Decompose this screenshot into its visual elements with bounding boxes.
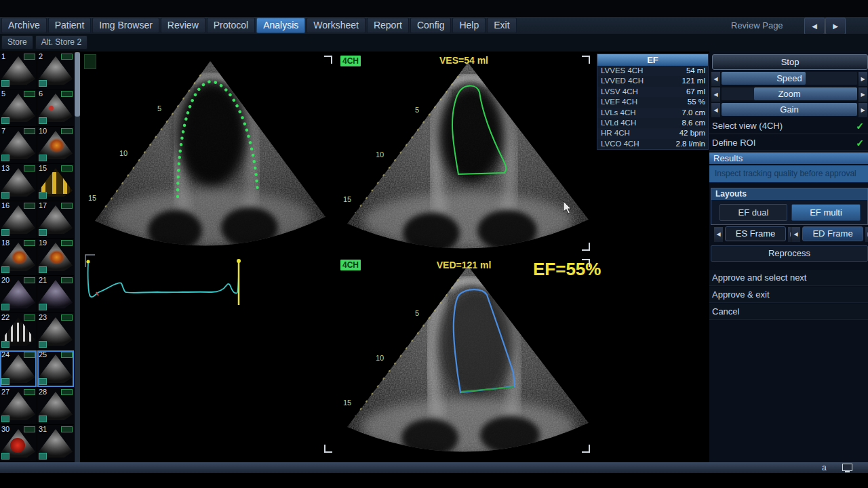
clipboard-thumbnail-17[interactable]: 17 <box>37 201 74 238</box>
clipboard-thumbnail-25[interactable]: 25 <box>37 350 74 387</box>
es-frame-prev-button[interactable]: ◀ <box>713 226 724 243</box>
clipboard-thumbnail-18[interactable]: 18 <box>0 239 37 275</box>
ed-frame-prev-button[interactable]: ◀ <box>791 226 801 243</box>
thumbnail-number: 22 <box>1 313 9 321</box>
clipboard-thumbnail-2[interactable]: 2 <box>37 52 74 89</box>
thumbnail-tag-icon <box>61 352 73 358</box>
corner-bracket <box>582 56 590 64</box>
thumbnail-number: 10 <box>39 127 47 135</box>
thumbnail-type-icon <box>39 453 47 460</box>
clipboard-thumbnail-28[interactable]: 28 <box>37 388 74 424</box>
measurement-label: LVLd 4CH <box>601 118 636 128</box>
approve-and-exit-button[interactable]: Approve & exit <box>709 287 868 303</box>
thumbnail-tag-icon <box>24 277 35 283</box>
zoom-decrease-button[interactable]: ◀ <box>711 87 721 102</box>
store-tab-alt-store-2[interactable]: Alt. Store 2 <box>35 35 87 49</box>
thumbnail-tag-icon <box>24 389 35 395</box>
zoom-increase-button[interactable]: ▶ <box>858 87 868 102</box>
menu-tab-help[interactable]: Help <box>452 18 486 33</box>
menu-tab-review[interactable]: Review <box>161 18 205 33</box>
thumbnail-type-icon <box>1 192 9 199</box>
clipboard-thumbnail-23[interactable]: 23 <box>37 313 74 350</box>
menu-tab-archive[interactable]: Archive <box>1 18 47 33</box>
thumbnail-scrollbar-thumb[interactable] <box>75 52 80 117</box>
clipboard-thumbnail-27[interactable]: 27 <box>0 388 37 424</box>
depth-tick-15: 15 <box>343 399 351 407</box>
gain-slider-track[interactable]: Gain <box>721 102 858 117</box>
ef-multi-button[interactable]: EF multi <box>791 204 861 221</box>
menu-tab-img-browser[interactable]: Img Browser <box>92 18 159 33</box>
menu-tab-patient[interactable]: Patient <box>48 18 92 33</box>
clipboard-thumbnail-20[interactable]: 20 <box>0 276 37 312</box>
clipboard-thumbnail-16[interactable]: 16 <box>0 201 37 238</box>
stop-button[interactable]: Stop <box>712 54 868 70</box>
clipboard-thumbnail-31[interactable]: 31 <box>37 425 74 462</box>
cancel-button[interactable]: Cancel <box>709 304 868 320</box>
store-tab-store[interactable]: Store <box>1 35 33 49</box>
review-page-next-button[interactable]: ▶ <box>825 18 846 35</box>
quadrant-ed[interactable]: 5 10 15 4CH VED=121 ml EF=55% <box>332 256 595 458</box>
ed-frame-label[interactable]: ED Frame <box>802 226 863 241</box>
zoom-slider: ◀Zoom▶ <box>711 87 868 101</box>
clipboard-thumbnail-10[interactable]: 10 <box>37 127 74 163</box>
measurement-value: 42 bpm <box>679 128 705 138</box>
menu-tab-report[interactable]: Report <box>367 18 409 33</box>
quadrant-contour-review[interactable]: 5 10 15 <box>81 53 331 253</box>
thumbnail-number: 31 <box>39 425 47 433</box>
select-view-row[interactable]: Select view (4CH) ✓ <box>709 118 868 134</box>
speed-increase-button[interactable]: ▶ <box>858 71 868 87</box>
ed-frame-next-button[interactable]: ▶ <box>865 226 868 243</box>
thumbnail-tag-icon <box>24 426 35 432</box>
menu-tab-protocol[interactable]: Protocol <box>207 18 255 33</box>
define-roi-row[interactable]: Define ROI ✓ <box>709 135 868 151</box>
zoom-slider-label: Zoom <box>722 87 857 100</box>
review-page-prev-button[interactable]: ◀ <box>804 18 825 35</box>
thumbnail-type-icon <box>1 304 9 310</box>
menu-tab-worksheet[interactable]: Worksheet <box>307 18 366 33</box>
reprocess-button[interactable]: Reprocess <box>711 245 868 262</box>
clipboard-thumbnail-21[interactable]: 21 <box>37 276 74 312</box>
measurement-panel-header[interactable]: EF <box>597 54 708 66</box>
es-frame-label[interactable]: ES Frame <box>725 226 786 241</box>
clipboard-thumbnail-6[interactable]: 6 <box>37 89 74 126</box>
menu-tab-exit[interactable]: Exit <box>487 18 516 33</box>
thumbnail-number: 27 <box>1 388 9 396</box>
clipboard-thumbnail-19[interactable]: 19 <box>37 239 74 275</box>
thumbnail-number: 5 <box>1 89 5 98</box>
gain-slider-label: Gain <box>722 103 857 116</box>
speed-slider: ◀Speed▶ <box>711 71 868 85</box>
clipboard-thumbnail-13[interactable]: 13 <box>0 164 37 201</box>
gain-increase-button[interactable]: ▶ <box>858 102 868 118</box>
layouts-title: Layouts <box>711 188 867 200</box>
application-window: ArchivePatientImg BrowserReviewProtocolA… <box>0 0 868 488</box>
thumbnail-type-icon <box>1 415 9 422</box>
gain-decrease-button[interactable]: ◀ <box>711 102 721 118</box>
keyboard-layout-indicator[interactable]: a <box>822 462 827 473</box>
clipboard-thumbnail-22[interactable]: 22 <box>0 313 37 350</box>
clipboard-thumbnail-30[interactable]: 30 <box>0 425 37 462</box>
clipboard-thumbnail-24[interactable]: 24 <box>0 350 37 387</box>
menu-tab-analysis[interactable]: Analysis <box>256 18 305 33</box>
clipboard-thumbnail-1[interactable]: 1 <box>0 52 37 89</box>
thumbnail-tag-icon <box>61 277 73 283</box>
clipboard-thumbnail-5[interactable]: 5 <box>0 89 37 126</box>
zoom-slider-track[interactable]: Zoom <box>721 87 858 101</box>
ef-dual-button[interactable]: EF dual <box>719 204 787 221</box>
quadrant-es[interactable]: 5 10 15 4CH VES=54 ml <box>332 53 595 256</box>
speed-decrease-button[interactable]: ◀ <box>711 71 721 87</box>
monitor-icon[interactable] <box>842 464 852 471</box>
clipboard-thumbnail-grid: 125671013151617181920212223242527283031 <box>0 52 75 462</box>
approve-and-select-next-button[interactable]: Approve and select next <box>709 270 868 286</box>
thumbnail-type-icon <box>1 155 9 161</box>
clipboard-thumbnail-7[interactable]: 7 <box>0 127 37 163</box>
ultrasound-sector-left: 5 10 15 <box>81 53 331 253</box>
clipboard-thumbnail-15[interactable]: 15 <box>37 164 74 201</box>
measurement-row-lvsv-4ch: LVSV 4CH67 ml <box>597 87 708 97</box>
corner-bracket <box>582 445 590 453</box>
menu-tab-config[interactable]: Config <box>410 18 451 33</box>
results-section-header[interactable]: Results <box>709 152 868 164</box>
thumbnail-number: 6 <box>39 89 43 98</box>
measurement-label: LVSV 4CH <box>601 87 638 97</box>
speed-slider-track[interactable]: Speed <box>721 71 858 85</box>
measurement-row-lvved-4ch: LVVED 4CH121 ml <box>597 76 708 86</box>
